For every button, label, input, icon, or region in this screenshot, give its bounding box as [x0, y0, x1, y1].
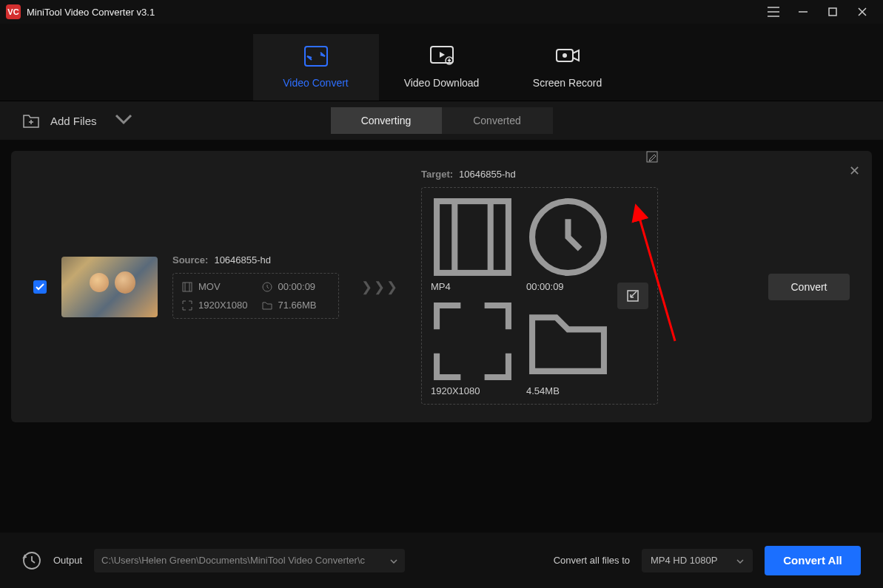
footer: Output C:\Users\Helen Green\Documents\Mi… — [0, 533, 883, 588]
source-info: Source: 10646855-hd MOV 00:00:09 1920X10… — [172, 254, 339, 319]
source-format: MOV — [198, 281, 221, 292]
target-resolution: 1920X1080 — [431, 385, 480, 396]
add-files-button[interactable]: Add Files — [22, 112, 132, 130]
tab-label: Video Download — [404, 77, 480, 89]
source-resolution: 1920X1080 — [198, 300, 248, 311]
svg-point-5 — [563, 53, 567, 58]
row-checkbox[interactable] — [33, 280, 47, 294]
minimize-icon[interactable] — [788, 0, 818, 24]
tab-screen-record[interactable]: Screen Record — [505, 34, 631, 101]
source-label: Source: — [172, 254, 208, 266]
target-info: Target: 10646855-hd MP4 00:00:09 1920X10… — [421, 169, 658, 405]
maximize-icon[interactable] — [818, 0, 847, 24]
video-thumbnail[interactable] — [61, 257, 158, 317]
add-files-label: Add Files — [50, 115, 97, 127]
file-row: Source: 10646855-hd MOV 00:00:09 1920X10… — [11, 151, 872, 422]
close-icon[interactable] — [847, 0, 877, 24]
target-duration: 00:00:09 — [526, 281, 564, 292]
film-icon — [431, 195, 514, 279]
chevron-down-icon — [736, 555, 744, 566]
remove-row-icon[interactable]: ✕ — [849, 163, 860, 179]
subtab-converted[interactable]: Converted — [442, 107, 553, 134]
preset-selector[interactable]: MP4 HD 1080P — [642, 549, 753, 572]
toolbar: Add Files Converting Converted — [0, 101, 883, 140]
target-size: 4.54MB — [526, 385, 560, 396]
convert-all-label: Convert all files to — [554, 555, 630, 566]
app-title: MiniTool Video Converter v3.1 — [27, 7, 155, 18]
convert-all-button[interactable]: Convert All — [765, 546, 861, 575]
svg-rect-0 — [829, 8, 836, 16]
main-tabs: Video Convert Video Download Screen Reco… — [0, 24, 883, 101]
resolution-icon — [182, 300, 192, 311]
history-icon[interactable] — [22, 551, 41, 570]
target-label: Target: — [421, 169, 453, 180]
target-name: 10646855-hd — [459, 169, 516, 180]
edit-icon[interactable] — [646, 151, 658, 165]
folder-icon — [526, 300, 610, 383]
output-label: Output — [53, 555, 82, 566]
convert-button[interactable]: Convert — [768, 274, 850, 300]
tab-video-convert[interactable]: Video Convert — [253, 34, 379, 101]
menu-icon[interactable] — [759, 0, 788, 24]
chevron-down-icon — [390, 555, 397, 566]
folder-icon — [262, 300, 272, 311]
source-duration: 00:00:09 — [278, 281, 316, 292]
source-size: 71.66MB — [278, 300, 317, 311]
output-path-selector[interactable]: C:\Users\Helen Green\Documents\MiniTool … — [94, 549, 405, 572]
tab-label: Screen Record — [533, 77, 602, 89]
app-logo: VC — [6, 4, 21, 19]
svg-rect-6 — [183, 283, 192, 291]
title-bar: VC MiniTool Video Converter v3.1 — [0, 0, 883, 24]
target-format: MP4 — [431, 281, 451, 292]
sub-tabs: Converting Converted — [331, 107, 553, 134]
target-settings-button[interactable] — [617, 283, 648, 309]
tab-label: Video Convert — [283, 77, 348, 89]
clock-icon — [262, 282, 272, 292]
resolution-icon — [431, 300, 514, 383]
preset-value: MP4 HD 1080P — [651, 555, 717, 566]
chevron-down-icon — [115, 112, 132, 130]
clock-icon — [526, 195, 610, 279]
tab-video-download[interactable]: Video Download — [379, 34, 505, 101]
content-area: Source: 10646855-hd MOV 00:00:09 1920X10… — [0, 140, 883, 533]
film-icon — [182, 282, 192, 292]
source-name: 10646855-hd — [214, 254, 271, 266]
svg-rect-9 — [437, 201, 508, 273]
output-path: C:\Users\Helen Green\Documents\MiniTool … — [101, 555, 365, 566]
arrows-icon: ❯❯❯ — [354, 279, 406, 295]
subtab-converting[interactable]: Converting — [331, 107, 442, 134]
